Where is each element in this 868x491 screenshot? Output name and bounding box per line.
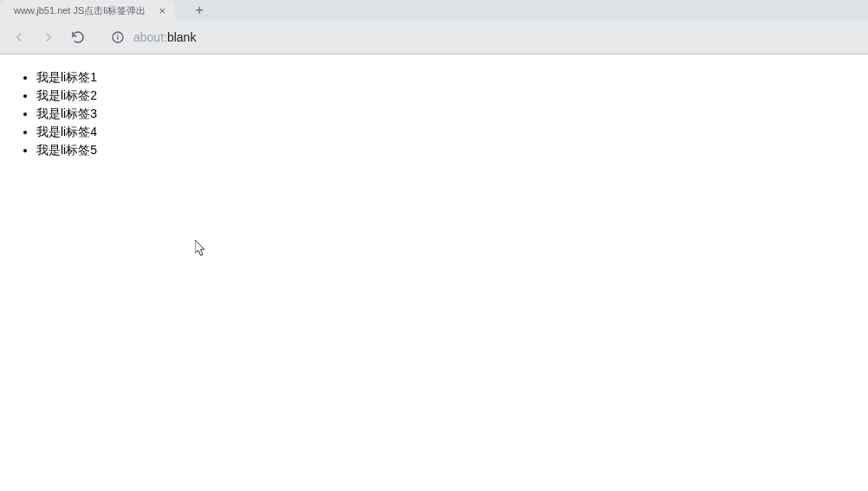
new-tab-button[interactable]: +: [191, 2, 208, 19]
page-content: 我是li标签1 我是li标签2 我是li标签3 我是li标签4 我是li标签5: [0, 55, 868, 491]
address-bar[interactable]: about:blank: [102, 25, 861, 49]
close-icon[interactable]: ×: [156, 4, 168, 16]
browser-toolbar: about:blank: [0, 21, 868, 54]
item-list: 我是li标签1 我是li标签2 我是li标签3 我是li标签4 我是li标签5: [0, 68, 868, 159]
svg-point-2: [117, 34, 118, 35]
reload-button[interactable]: [66, 25, 90, 49]
arrow-right-icon: [41, 29, 56, 45]
plus-icon: +: [196, 3, 204, 18]
tab-title: www.jb51.net JS点击li标签弹出: [14, 4, 146, 17]
url-text: about:blank: [133, 30, 196, 44]
arrow-left-icon: [11, 29, 27, 45]
list-item[interactable]: 我是li标签4: [36, 123, 868, 141]
list-item[interactable]: 我是li标签5: [36, 141, 868, 159]
back-button[interactable]: [7, 25, 31, 49]
browser-chrome: www.jb51.net JS点击li标签弹出 × + about:blank: [0, 0, 868, 55]
forward-button[interactable]: [36, 25, 61, 49]
browser-tab[interactable]: www.jb51.net JS点击li标签弹出 ×: [0, 0, 175, 21]
list-item[interactable]: 我是li标签2: [36, 87, 868, 105]
reload-icon: [70, 29, 86, 45]
tab-bar: www.jb51.net JS点击li标签弹出 × +: [0, 0, 868, 21]
info-icon[interactable]: [111, 30, 125, 44]
list-item[interactable]: 我是li标签1: [36, 68, 868, 87]
list-item[interactable]: 我是li标签3: [36, 105, 868, 123]
